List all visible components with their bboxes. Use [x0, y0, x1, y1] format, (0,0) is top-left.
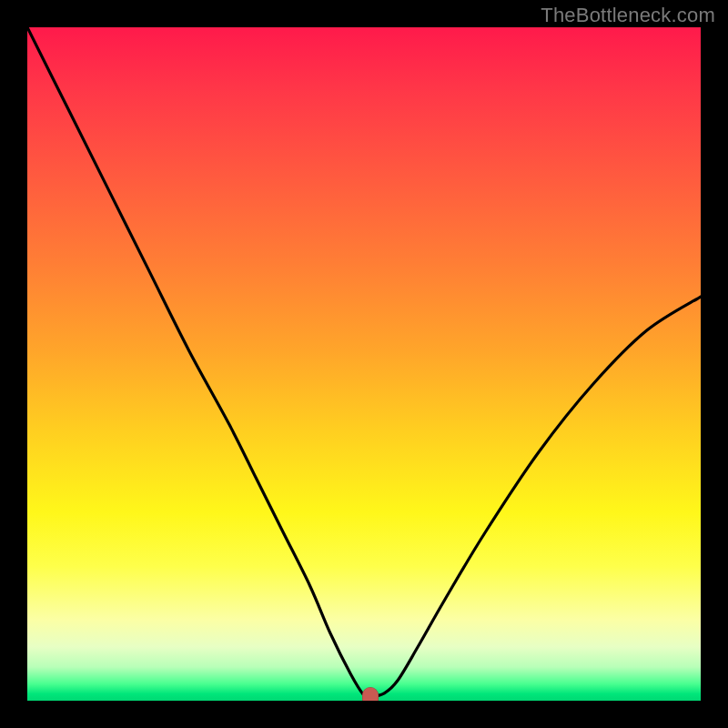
- optimal-point-marker: [362, 687, 379, 701]
- bottleneck-curve: [27, 27, 701, 701]
- curve-path: [27, 27, 701, 698]
- watermark-text: TheBottleneck.com: [541, 4, 715, 27]
- chart-frame: TheBottleneck.com: [0, 0, 728, 728]
- plot-area: [27, 27, 701, 701]
